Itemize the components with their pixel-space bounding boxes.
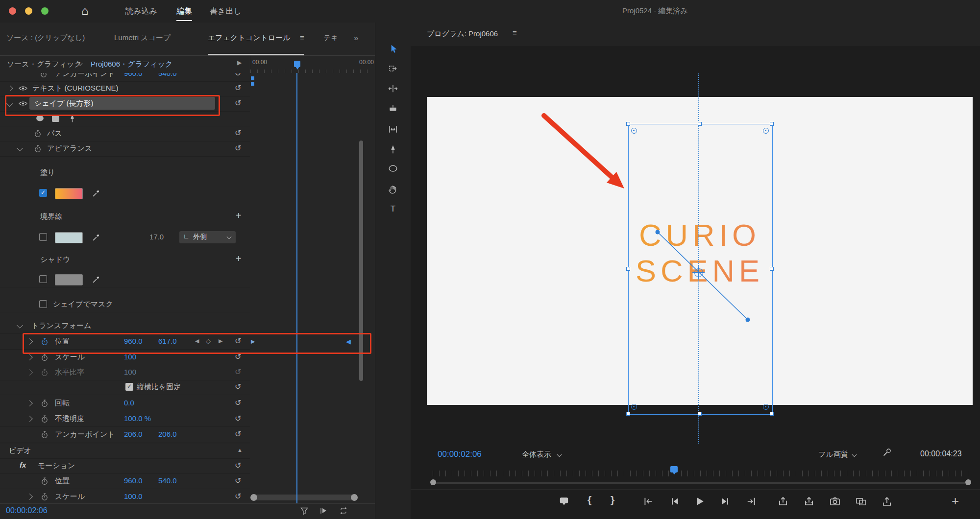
mark-in-button[interactable]: { bbox=[588, 494, 591, 506]
breadcrumb-master[interactable]: ソース・グラフィック bbox=[7, 60, 82, 69]
layer-label[interactable]: テキスト (CURIOSCENE) bbox=[32, 84, 119, 93]
gradient-direction-line[interactable] bbox=[646, 218, 763, 331]
add-shadow-icon[interactable]: + bbox=[236, 253, 242, 264]
program-timecode[interactable]: 00:00:02:06 bbox=[438, 449, 482, 459]
disclosure-icon[interactable] bbox=[26, 494, 33, 500]
disclosure-icon[interactable] bbox=[26, 400, 33, 406]
reset-icon[interactable]: ↺ bbox=[235, 475, 241, 486]
export-frame-button[interactable] bbox=[829, 495, 841, 507]
shadow-color-swatch[interactable] bbox=[55, 274, 83, 285]
disclosure-icon[interactable] bbox=[26, 369, 33, 376]
tab-text-truncated[interactable]: テキ bbox=[323, 33, 339, 43]
tab-lumetri-scopes[interactable]: Lumetri スコープ bbox=[114, 33, 171, 43]
value-x[interactable]: 960.0 bbox=[124, 73, 143, 77]
ellipse-tool[interactable] bbox=[388, 164, 398, 173]
play-button[interactable] bbox=[694, 495, 706, 507]
stopwatch-icon[interactable] bbox=[41, 493, 48, 501]
add-button[interactable]: + bbox=[952, 494, 959, 509]
reset-icon[interactable]: ↺ bbox=[235, 413, 241, 424]
eyedropper-icon[interactable] bbox=[92, 189, 100, 197]
position-y-value[interactable]: 540.0 bbox=[158, 476, 177, 485]
zoom-handle-right[interactable] bbox=[351, 494, 358, 501]
selection-handle[interactable] bbox=[770, 122, 774, 126]
reset-icon[interactable]: ↺ bbox=[235, 128, 241, 139]
go-to-out-button[interactable] bbox=[745, 495, 757, 507]
fx-icon[interactable]: fx bbox=[20, 461, 26, 469]
tab-import[interactable]: 読み込み bbox=[125, 6, 157, 17]
reset-icon[interactable]: ↺ bbox=[235, 398, 241, 408]
tab-edit[interactable]: 編集 bbox=[176, 6, 192, 17]
step-back-button[interactable] bbox=[669, 495, 681, 507]
corner-radius-handle[interactable] bbox=[631, 404, 637, 410]
program-scrub-bar[interactable] bbox=[433, 471, 972, 476]
horizontal-zoom-track[interactable] bbox=[254, 495, 358, 500]
chevron-down-icon[interactable] bbox=[852, 452, 857, 457]
panel-menu-icon[interactable]: ≡ bbox=[300, 33, 304, 42]
breadcrumb-clip[interactable]: Proj0606・グラフィック bbox=[91, 60, 172, 69]
eyedropper-icon[interactable] bbox=[92, 275, 100, 283]
selection-handle[interactable] bbox=[698, 412, 702, 416]
stopwatch-icon[interactable] bbox=[41, 415, 48, 423]
reset-icon[interactable]: ↺ bbox=[235, 429, 241, 440]
filter-icon[interactable] bbox=[300, 506, 309, 515]
go-to-in-button[interactable] bbox=[642, 495, 654, 507]
reset-icon[interactable]: ↺ bbox=[235, 460, 241, 471]
anchor-x-value[interactable]: 206.0 bbox=[124, 430, 143, 438]
reset-icon[interactable]: ↺ bbox=[235, 143, 241, 154]
anchor-y-value[interactable]: 206.0 bbox=[158, 430, 177, 438]
extract-button[interactable] bbox=[803, 495, 815, 507]
stopwatch-icon[interactable] bbox=[41, 477, 48, 485]
collapse-section-icon[interactable]: ▲ bbox=[237, 447, 243, 453]
export-media-button[interactable] bbox=[881, 495, 893, 507]
ripple-edit-tool[interactable] bbox=[388, 84, 398, 94]
disclosure-icon[interactable] bbox=[26, 416, 33, 422]
reset-icon[interactable]: ↺ bbox=[235, 98, 241, 109]
minimize-window-button[interactable] bbox=[25, 7, 32, 15]
selection-handle[interactable] bbox=[770, 267, 774, 271]
disclosure-icon[interactable] bbox=[7, 85, 13, 92]
mask-checkbox[interactable] bbox=[39, 300, 47, 308]
mark-out-button[interactable]: } bbox=[611, 494, 614, 506]
shadow-checkbox[interactable] bbox=[39, 275, 47, 283]
effects-timeline-playhead[interactable] bbox=[294, 61, 300, 67]
row-text-layer[interactable]: テキスト (CURIOSCENE) ↺ bbox=[0, 81, 250, 96]
toggle-timeline-view-button[interactable]: ▶ bbox=[237, 59, 242, 66]
uniform-scale-checkbox[interactable]: ✓ bbox=[125, 383, 133, 391]
stroke-position-dropdown[interactable]: ∟ 外側 bbox=[179, 231, 236, 243]
position-x-value[interactable]: 960.0 bbox=[124, 476, 143, 485]
add-marker-button[interactable] bbox=[558, 495, 570, 507]
more-tabs-icon[interactable]: » bbox=[354, 33, 358, 43]
stroke-width-value[interactable]: 17.0 bbox=[149, 233, 164, 241]
step-forward-button[interactable] bbox=[719, 495, 731, 507]
opacity-value[interactable]: 100.0 % bbox=[124, 414, 151, 423]
corner-radius-handle[interactable] bbox=[763, 128, 769, 134]
tab-export[interactable]: 書き出し bbox=[210, 6, 242, 17]
playback-quality-dropdown[interactable]: フル画質 bbox=[818, 450, 848, 459]
track-select-forward-tool[interactable] bbox=[388, 64, 398, 73]
slip-tool[interactable] bbox=[388, 124, 398, 134]
anchor-point-crosshair[interactable] bbox=[694, 268, 703, 277]
close-window-button[interactable] bbox=[9, 7, 16, 15]
stopwatch-icon[interactable] bbox=[41, 431, 48, 439]
tab-source-monitor[interactable]: ソース : (クリップなし) bbox=[6, 33, 85, 43]
fill-color-swatch[interactable] bbox=[55, 188, 83, 199]
pen-tool[interactable] bbox=[388, 144, 398, 154]
maximize-window-button[interactable] bbox=[41, 7, 49, 15]
reset-icon[interactable]: ↺ bbox=[235, 491, 241, 502]
reset-icon[interactable]: ↺ bbox=[235, 83, 241, 94]
stopwatch-icon[interactable] bbox=[41, 400, 48, 407]
razor-tool[interactable] bbox=[388, 104, 398, 114]
play-in-to-out-icon[interactable] bbox=[319, 506, 328, 515]
zoom-handle-left[interactable] bbox=[250, 494, 257, 501]
selection-tool[interactable] bbox=[388, 44, 398, 54]
stopwatch-icon[interactable] bbox=[34, 130, 41, 138]
lift-button[interactable] bbox=[777, 495, 789, 507]
zoom-handle-left[interactable] bbox=[430, 479, 436, 485]
reset-icon[interactable]: ↺ bbox=[235, 73, 241, 79]
comparison-view-button[interactable] bbox=[855, 495, 867, 507]
effects-timeline-ruler[interactable]: 00:00 00:00 bbox=[250, 56, 369, 73]
home-icon[interactable]: ⌂ bbox=[81, 4, 89, 18]
disclosure-icon[interactable] bbox=[26, 354, 33, 360]
add-stroke-icon[interactable]: + bbox=[236, 210, 242, 221]
selection-handle[interactable] bbox=[626, 267, 630, 271]
